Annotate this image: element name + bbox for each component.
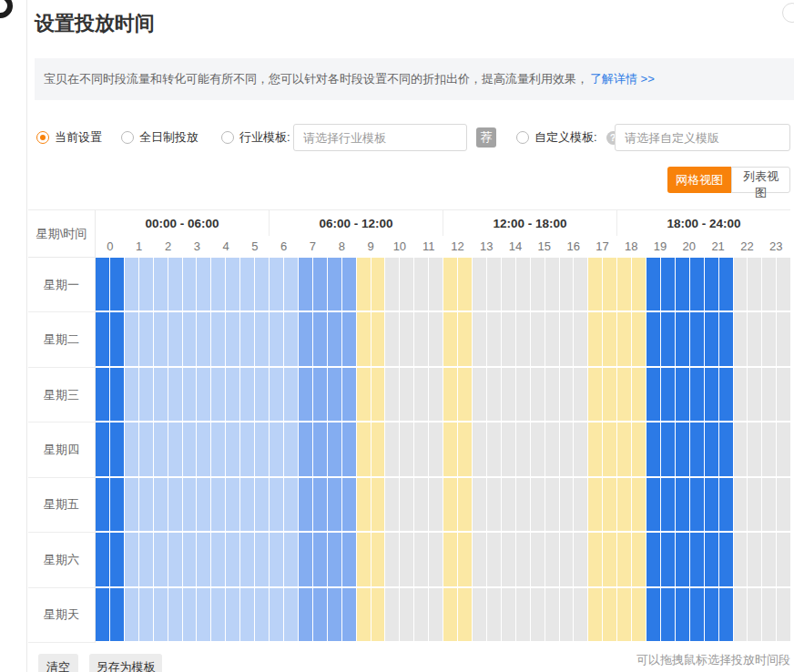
schedule-cell[interactable] <box>139 258 153 311</box>
schedule-cell[interactable] <box>372 588 385 641</box>
schedule-cell[interactable] <box>473 258 486 311</box>
schedule-cell[interactable] <box>574 478 587 531</box>
schedule-cell[interactable] <box>777 478 790 531</box>
schedule-cell[interactable] <box>255 368 269 421</box>
schedule-cell[interactable] <box>617 312 631 365</box>
schedule-cell[interactable] <box>429 478 443 531</box>
schedule-cell[interactable] <box>414 533 428 585</box>
schedule-cell[interactable] <box>96 533 109 585</box>
schedule-cell[interactable] <box>705 368 718 421</box>
schedule-cell[interactable] <box>154 312 168 365</box>
schedule-cell[interactable] <box>719 478 733 531</box>
schedule-cell[interactable] <box>385 533 399 585</box>
schedule-cell[interactable] <box>487 478 501 531</box>
schedule-cell[interactable] <box>299 588 312 641</box>
schedule-cell[interactable] <box>560 258 574 311</box>
schedule-cell[interactable] <box>255 258 269 311</box>
schedule-cell[interactable] <box>719 258 733 311</box>
save-as-template-button[interactable]: 另存为模板 <box>89 654 162 672</box>
schedule-cell[interactable] <box>211 588 225 641</box>
schedule-cell[interactable] <box>777 258 790 311</box>
schedule-cell[interactable] <box>154 588 168 641</box>
schedule-cell[interactable] <box>473 478 486 531</box>
schedule-cell[interactable] <box>502 423 515 475</box>
schedule-cell[interactable] <box>226 258 239 311</box>
schedule-cell[interactable] <box>328 533 341 585</box>
schedule-cell[interactable] <box>211 423 225 475</box>
schedule-cell[interactable] <box>690 312 704 365</box>
schedule-cell[interactable] <box>487 533 501 585</box>
schedule-cell[interactable] <box>574 368 587 421</box>
schedule-cell[interactable] <box>603 588 616 641</box>
schedule-cell[interactable] <box>139 478 153 531</box>
schedule-cell[interactable] <box>762 478 776 531</box>
schedule-cell[interactable] <box>110 312 124 365</box>
schedule-cell[interactable] <box>473 423 486 475</box>
schedule-cell[interactable] <box>299 478 312 531</box>
schedule-cell[interactable] <box>139 312 153 365</box>
schedule-cell[interactable] <box>429 368 443 421</box>
schedule-cell[interactable] <box>270 258 283 311</box>
schedule-cell[interactable] <box>719 423 733 475</box>
schedule-cell[interactable] <box>574 312 587 365</box>
schedule-cell[interactable] <box>748 588 761 641</box>
schedule-cell[interactable] <box>734 258 748 311</box>
schedule-cell[interactable] <box>502 588 515 641</box>
industry-template-input[interactable] <box>293 124 467 151</box>
schedule-cell[interactable] <box>617 533 631 585</box>
schedule-cell[interactable] <box>183 533 197 585</box>
schedule-cell[interactable] <box>125 478 138 531</box>
schedule-cell[interactable] <box>487 368 501 421</box>
schedule-cell[interactable] <box>385 368 399 421</box>
schedule-cell[interactable] <box>458 423 472 475</box>
schedule-cell[interactable] <box>661 423 675 475</box>
schedule-cell[interactable] <box>734 423 748 475</box>
schedule-cell[interactable] <box>168 312 182 365</box>
schedule-cell[interactable] <box>777 312 790 365</box>
schedule-cell[interactable] <box>110 368 124 421</box>
schedule-cell[interactable] <box>168 588 182 641</box>
schedule-cell[interactable] <box>705 258 718 311</box>
schedule-cell[interactable] <box>487 588 501 641</box>
schedule-cell[interactable] <box>154 533 168 585</box>
schedule-cell[interactable] <box>299 368 312 421</box>
schedule-cell[interactable] <box>139 368 153 421</box>
schedule-cell[interactable] <box>328 588 341 641</box>
schedule-cell[interactable] <box>545 368 559 421</box>
schedule-cell[interactable] <box>632 533 646 585</box>
schedule-cell[interactable] <box>240 533 254 585</box>
schedule-cell[interactable] <box>284 312 298 365</box>
schedule-cell[interactable] <box>777 423 790 475</box>
schedule-cell[interactable] <box>676 312 689 365</box>
schedule-cell[interactable] <box>516 533 530 585</box>
schedule-cell[interactable] <box>516 423 530 475</box>
schedule-cell[interactable] <box>603 312 616 365</box>
schedule-cell[interactable] <box>719 312 733 365</box>
schedule-cell[interactable] <box>617 423 631 475</box>
learn-more-link[interactable]: 了解详情 >> <box>590 71 655 87</box>
schedule-cell[interactable] <box>313 533 327 585</box>
schedule-cell[interactable] <box>661 258 675 311</box>
schedule-cell[interactable] <box>270 533 283 585</box>
schedule-cell[interactable] <box>372 423 385 475</box>
schedule-cell[interactable] <box>168 423 182 475</box>
schedule-cell[interactable] <box>125 258 138 311</box>
schedule-cell[interactable] <box>299 423 312 475</box>
schedule-cell[interactable] <box>240 478 254 531</box>
schedule-cell[interactable] <box>400 312 413 365</box>
schedule-cell[interactable] <box>531 588 545 641</box>
schedule-cell[interactable] <box>632 423 646 475</box>
schedule-cell[interactable] <box>545 533 559 585</box>
schedule-cell[interactable] <box>342 423 356 475</box>
schedule-cell[interactable] <box>357 478 371 531</box>
schedule-cell[interactable] <box>646 368 660 421</box>
schedule-cell[interactable] <box>284 478 298 531</box>
schedule-cell[interactable] <box>197 312 210 365</box>
schedule-cell[interactable] <box>531 533 545 585</box>
schedule-cell[interactable] <box>574 588 587 641</box>
schedule-cell[interactable] <box>676 533 689 585</box>
schedule-cell[interactable] <box>313 312 327 365</box>
schedule-cell[interactable] <box>516 478 530 531</box>
schedule-cell[interactable] <box>385 423 399 475</box>
schedule-cell[interactable] <box>661 588 675 641</box>
